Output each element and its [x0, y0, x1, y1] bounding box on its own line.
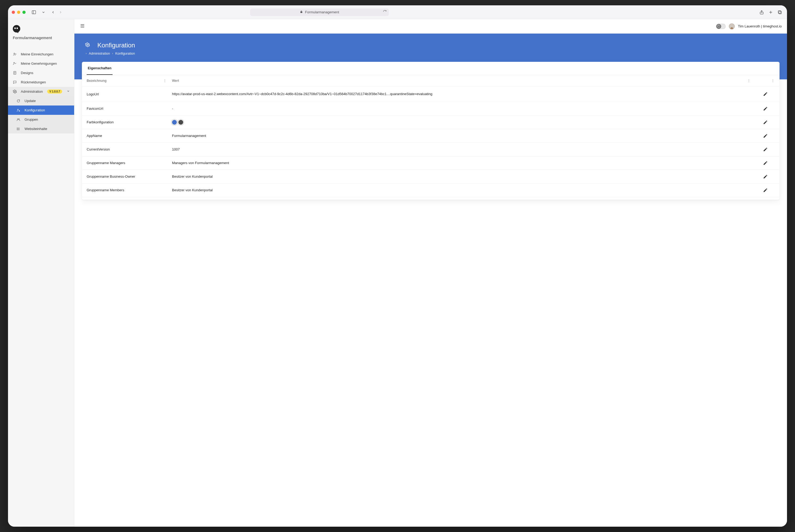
edit-button[interactable]: [763, 120, 768, 125]
edit-button[interactable]: [763, 92, 768, 96]
window-close-button[interactable]: [12, 11, 15, 14]
version-badge: V 1.0.0.7: [47, 90, 62, 94]
sidebar-toggle-button[interactable]: [31, 9, 37, 16]
edit-button[interactable]: [763, 188, 768, 193]
table-row: LogoUrlhttps://avatar-prod-us-east-2.web…: [82, 87, 779, 102]
sidebar-item-designs[interactable]: Designs: [8, 68, 74, 77]
svg-point-35: [748, 81, 749, 82]
window-minimize-button[interactable]: [17, 11, 20, 14]
svg-point-16: [18, 109, 19, 110]
sidebar-item-approvals[interactable]: Meine Genehmigungen: [8, 59, 74, 68]
table-header: Bezeichnung Wert: [82, 75, 779, 87]
table-row: Gruppenname Business-OwnerBesitzer von K…: [82, 170, 779, 184]
sidebar-item-label: Konfiguration: [24, 108, 45, 112]
chevron-right-icon: [111, 52, 114, 55]
table-row: CurrentVersion1007: [82, 143, 779, 156]
hamburger-button[interactable]: [80, 23, 85, 30]
list-icon: [16, 127, 21, 131]
color-swatch: [178, 120, 183, 125]
sidebar-item-label: Update: [24, 99, 36, 103]
user-label: Tim Lauenroth | timeghost.io: [738, 24, 782, 28]
color-swatches: [172, 120, 751, 125]
page-title: Konfiguration: [97, 41, 135, 49]
edit-button[interactable]: [763, 147, 768, 152]
chevron-down-icon[interactable]: [40, 9, 47, 16]
breadcrumb-link-administration[interactable]: Administration: [89, 52, 110, 55]
tab-properties[interactable]: Eigenschaften: [87, 62, 112, 75]
new-tab-button[interactable]: [767, 9, 774, 16]
breadcrumb: Administration Konfiguration: [85, 52, 776, 55]
browser-window: Formularmanagement Formularmanagement: [8, 5, 787, 527]
svg-point-38: [773, 81, 773, 82]
row-label: FaviconUrl: [87, 107, 172, 111]
table-row: Gruppenname ManagersManagers von Formula…: [82, 156, 779, 170]
sidebar-item-label: Meine Genehmigungen: [21, 61, 57, 65]
svg-point-24: [17, 129, 17, 129]
svg-point-18: [17, 118, 18, 120]
sidebar-subitem-site-contents[interactable]: Websiteinhalte: [8, 124, 74, 133]
edit-button[interactable]: [763, 160, 768, 166]
theme-toggle[interactable]: [716, 24, 726, 29]
sidebar-item-label: Websiteinhalte: [24, 127, 47, 131]
svg-point-25: [17, 130, 17, 130]
sidebar-item-feedback[interactable]: Rückmeldungen: [8, 77, 74, 87]
address-bar-title: Formularmanagement: [305, 10, 339, 14]
svg-point-23: [17, 128, 17, 128]
table-row: AppNameFormularmanagement: [82, 129, 779, 143]
back-button[interactable]: [50, 9, 56, 16]
row-value: [172, 120, 756, 125]
window-maximize-button[interactable]: [22, 11, 25, 14]
reload-button[interactable]: [383, 10, 387, 14]
forward-button[interactable]: [57, 9, 64, 16]
svg-point-34: [748, 80, 749, 81]
gear-icon: [12, 90, 17, 94]
table-menu-button[interactable]: [771, 79, 775, 82]
edit-button[interactable]: [763, 174, 768, 179]
app-logo: [13, 25, 20, 33]
address-bar[interactable]: Formularmanagement: [250, 8, 389, 16]
column-label-bezeichnung: Bezeichnung: [87, 79, 107, 82]
approvals-icon: [12, 61, 17, 65]
users-icon: [16, 118, 21, 121]
sidebar-item-administration[interactable]: Administration V 1.0.0.7: [8, 87, 74, 96]
edit-button[interactable]: [763, 133, 768, 138]
sidebar-item-label: Gruppen: [24, 117, 38, 121]
svg-rect-5: [779, 11, 781, 14]
row-label: LogoUrl: [87, 92, 172, 96]
chevron-right-icon: [85, 52, 87, 55]
column-menu-button[interactable]: [747, 79, 751, 82]
sidebar-subitem-groups[interactable]: Gruppen: [8, 115, 74, 124]
share-button[interactable]: [758, 9, 765, 16]
refresh-icon: [16, 99, 21, 103]
row-value: Managers von Formularmanagement: [172, 161, 756, 165]
svg-point-10: [14, 62, 15, 63]
sidebar-nav: Meine Einreichungen Meine Genehmigungen …: [8, 50, 74, 133]
sidebar-item-label: Designs: [21, 71, 33, 75]
main-content: Tim Lauenroth | timeghost.io Konfigurati…: [74, 19, 787, 527]
svg-point-31: [165, 80, 165, 81]
svg-point-32: [165, 81, 165, 82]
table-row: Gruppenname MembersBesitzer von Kundenpo…: [82, 184, 779, 197]
sidebar: Formularmanagement Meine Einreichungen M…: [8, 19, 74, 527]
window-controls: [12, 11, 25, 14]
svg-point-33: [748, 79, 749, 80]
tabs-overview-button[interactable]: [776, 9, 783, 16]
sidebar-subitem-configuration[interactable]: Konfiguration: [8, 106, 74, 115]
gear-icon: [85, 42, 90, 48]
svg-point-15: [14, 91, 15, 92]
row-label: Gruppenname Business-Owner: [87, 174, 172, 178]
sidebar-item-submissions[interactable]: Meine Einreichungen: [8, 50, 74, 59]
sun-icon: [716, 24, 721, 29]
svg-point-19: [19, 118, 20, 120]
column-menu-button[interactable]: [163, 79, 167, 82]
avatar[interactable]: [729, 23, 735, 29]
file-icon: [12, 71, 17, 75]
row-label: CurrentVersion: [87, 147, 172, 151]
svg-point-36: [773, 79, 773, 80]
edit-button[interactable]: [763, 106, 768, 111]
table-row: Farbkonfiguration: [82, 116, 779, 129]
svg-point-7: [14, 53, 15, 54]
row-label: AppName: [87, 134, 172, 138]
browser-chrome: Formularmanagement: [8, 5, 787, 19]
sidebar-subitem-update[interactable]: Update: [8, 96, 74, 106]
